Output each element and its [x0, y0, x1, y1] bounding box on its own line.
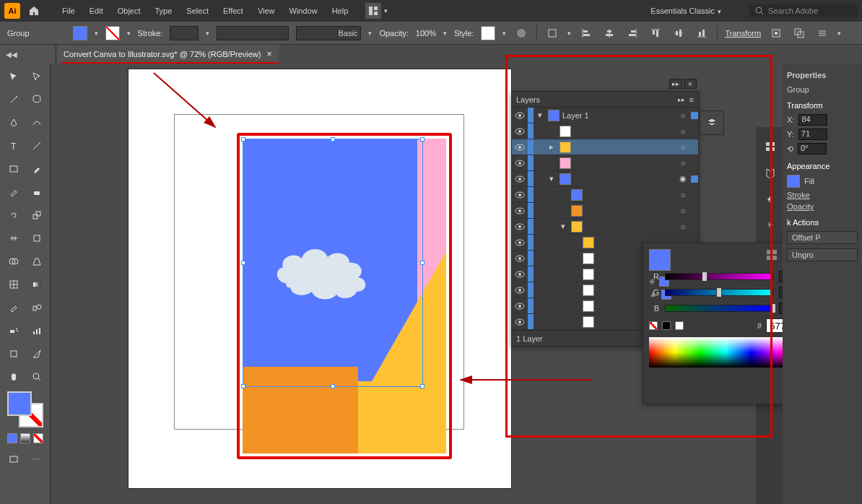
svg-rect-37 — [34, 191, 40, 195]
svg-point-33 — [16, 96, 17, 97]
rectangle-tool-icon[interactable] — [5, 160, 22, 178]
shape-builder-tool-icon[interactable] — [5, 253, 22, 270]
symbol-sprayer-tool-icon[interactable] — [5, 322, 22, 339]
screen-mode-icon[interactable] — [5, 451, 22, 468]
column-graph-tool-icon[interactable] — [28, 322, 45, 339]
collapse-tools-icon[interactable]: ◀◀ — [0, 45, 56, 64]
svg-text:T: T — [11, 142, 17, 151]
canvas-area[interactable]: ♣ ☀ ▸▸ × Layers ▸▸ ≡ ▾Layer 1○○▸○○▾◉○○▾○… — [51, 64, 862, 504]
stroke-link[interactable]: Stroke — [787, 191, 810, 199]
line-tool-icon[interactable] — [28, 137, 45, 155]
gradient-tool-icon[interactable] — [28, 276, 45, 293]
magic-wand-tool-icon[interactable] — [5, 91, 22, 108]
type-tool-icon[interactable]: T — [5, 137, 22, 155]
svg-rect-11 — [607, 30, 611, 32]
artboard-tool-icon[interactable] — [5, 345, 22, 362]
opacity-link[interactable]: Opacity — [787, 202, 814, 211]
control-bar: Group ▾ ▾ Stroke: ▾ Basic▾ Opacity: 100%… — [0, 22, 862, 45]
graphic-style-swatch[interactable] — [481, 26, 495, 40]
offset-path-button[interactable]: Offset P — [787, 231, 858, 244]
menu-select[interactable]: Select — [179, 2, 216, 19]
selection-tool-icon[interactable] — [5, 68, 22, 85]
appearance-section: Appearance — [787, 162, 858, 170]
transform-link[interactable]: Transform — [725, 29, 761, 38]
stroke-swatch[interactable] — [105, 26, 120, 40]
recolor-icon[interactable] — [513, 25, 529, 41]
mesh-tool-icon[interactable] — [5, 276, 22, 293]
svg-rect-100 — [772, 250, 777, 254]
rotate-tool-icon[interactable] — [5, 207, 22, 224]
svg-rect-40 — [34, 235, 40, 241]
lasso-tool-icon[interactable] — [28, 91, 45, 108]
free-transform-tool-icon[interactable] — [28, 230, 45, 247]
tab-close-icon[interactable]: × — [266, 49, 271, 59]
edit-toolbar-icon[interactable]: ⋯ — [28, 451, 45, 468]
menu-window[interactable]: Window — [282, 2, 325, 19]
color-mode-swatches[interactable] — [3, 433, 47, 443]
scale-tool-icon[interactable] — [28, 207, 45, 224]
angle-value[interactable]: 0° — [798, 143, 827, 155]
width-tool-icon[interactable] — [5, 230, 22, 247]
svg-rect-14 — [631, 30, 635, 32]
align-vcenter-icon[interactable] — [671, 25, 687, 41]
home-icon[interactable] — [23, 0, 45, 22]
align-left-icon[interactable] — [578, 25, 594, 41]
menu-file[interactable]: File — [55, 2, 82, 19]
svg-rect-0 — [369, 6, 373, 15]
angle-label: ⟲ — [787, 144, 793, 154]
opacity-value[interactable]: 100% — [416, 29, 436, 38]
paintbrush-tool-icon[interactable] — [28, 160, 45, 178]
align-bottom-icon[interactable] — [694, 25, 710, 41]
fill-swatch[interactable] — [73, 26, 87, 40]
document-tab[interactable]: Convert Canva to Illustrator.svg* @ 72% … — [56, 45, 279, 64]
svg-rect-46 — [33, 282, 40, 287]
y-value[interactable]: 71 — [798, 129, 827, 140]
hand-tool-icon[interactable] — [5, 368, 22, 386]
align-hcenter-icon[interactable] — [601, 25, 617, 41]
zoom-tool-icon[interactable] — [28, 368, 45, 386]
svg-rect-24 — [702, 30, 705, 36]
fill-stroke-indicator[interactable] — [7, 391, 43, 427]
menu-help[interactable]: Help — [325, 2, 356, 19]
direct-selection-tool-icon[interactable] — [28, 68, 45, 85]
svg-point-5 — [517, 29, 526, 38]
main-menu: File Edit Object Type Select Effect View… — [55, 2, 355, 19]
align-right-icon[interactable] — [624, 25, 640, 41]
curvature-tool-icon[interactable] — [28, 114, 45, 131]
tab-title: Convert Canva to Illustrator.svg* @ 72% … — [64, 50, 261, 58]
eyedropper-tool-icon[interactable] — [5, 299, 22, 316]
annotation-frame-panels — [505, 55, 772, 438]
shape-modes-icon[interactable] — [791, 25, 807, 41]
menu-view[interactable]: View — [251, 2, 282, 19]
workspace-switcher[interactable]: Essentials Classic — [646, 5, 734, 17]
search-adobe[interactable]: Search Adobe — [749, 4, 858, 17]
svg-rect-102 — [772, 256, 777, 260]
pen-tool-icon[interactable] — [5, 114, 22, 131]
slice-tool-icon[interactable] — [28, 345, 45, 362]
perspective-tool-icon[interactable] — [28, 253, 45, 270]
align-to-icon[interactable] — [544, 25, 560, 41]
variable-width-profile[interactable] — [217, 26, 289, 40]
svg-rect-12 — [606, 34, 613, 36]
fill-color-swatch[interactable] — [787, 175, 800, 188]
eraser-tool-icon[interactable] — [28, 183, 45, 201]
menu-object[interactable]: Object — [110, 2, 148, 19]
menu-edit[interactable]: Edit — [82, 2, 110, 19]
ungroup-button[interactable]: Ungro — [787, 248, 858, 261]
shaper-tool-icon[interactable] — [5, 183, 22, 201]
svg-rect-15 — [629, 34, 635, 36]
x-value[interactable]: 84 — [798, 114, 827, 126]
isolate-icon[interactable] — [768, 25, 784, 41]
brush-definition[interactable]: Basic — [296, 26, 361, 40]
arrange-documents-icon[interactable] — [365, 3, 381, 19]
align-top-icon[interactable] — [648, 25, 663, 41]
more-options-icon[interactable] — [814, 25, 830, 41]
svg-rect-6 — [549, 30, 556, 37]
svg-line-32 — [11, 97, 17, 103]
svg-rect-18 — [656, 30, 658, 37]
menu-type[interactable]: Type — [148, 2, 180, 19]
menu-effect[interactable]: Effect — [216, 2, 251, 19]
svg-rect-47 — [33, 306, 36, 310]
stroke-weight-input[interactable] — [170, 26, 199, 40]
blend-tool-icon[interactable] — [28, 299, 45, 316]
